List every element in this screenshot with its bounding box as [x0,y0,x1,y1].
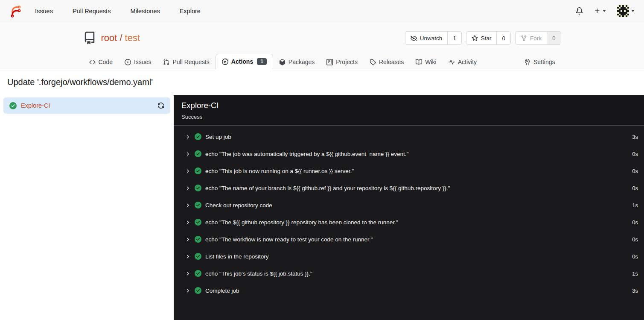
step-row[interactable]: Check out repository code1s [174,197,644,214]
tab-pull-requests[interactable]: Pull Requests [157,55,215,69]
chevron-right-icon[interactable] [185,254,190,259]
step-row[interactable]: Set up job3s [174,128,644,145]
step-row[interactable]: echo "This job is now running on a ${{ r… [174,162,644,179]
check-circle-icon [9,102,17,109]
nav-item-milestones[interactable]: Milestones [130,8,160,15]
star-button-group: Star 0 [466,31,511,45]
repo-name-link[interactable]: test [125,32,140,44]
user-avatar-identicon [617,5,629,17]
tab-packages[interactable]: Packages [273,55,321,69]
check-circle-icon [195,133,201,140]
step-row[interactable]: Complete job3s [174,282,644,299]
issue-opened-icon [125,59,131,65]
check-circle-icon [195,219,201,226]
repo-header: root / test Unwatch 1 Star 0 [0,22,644,69]
step-duration: 0s [632,236,638,243]
chevron-right-icon[interactable] [185,220,190,225]
rerun-sync-icon[interactable] [157,102,164,109]
check-circle-icon [195,236,201,243]
step-row[interactable]: List files in the repository0s [174,248,644,265]
step-name: echo "The name of your branch is ${{ git… [205,185,450,191]
repo-owner-link[interactable]: root [101,32,117,44]
tab-actions[interactable]: Actions 1 [216,54,273,69]
notifications-bell-icon[interactable] [576,7,583,15]
run-job-title: Explore-CI [181,101,636,110]
step-duration: 3s [632,134,638,140]
chevron-right-icon[interactable] [185,203,190,208]
fork-count[interactable]: 0 [547,32,561,44]
nav-item-issues[interactable]: Issues [35,8,53,15]
fork-button[interactable]: Fork [516,32,547,44]
star-button[interactable]: Star [466,32,497,44]
chevron-right-icon[interactable] [185,185,190,191]
step-name: echo "The ${{ github.repository }} repos… [205,219,398,226]
primary-nav: Issues Pull Requests Milestones Explore [35,8,201,15]
run-header: Explore-CI Success [174,95,644,126]
chevron-right-icon[interactable] [185,237,190,242]
watch-button-group: Unwatch 1 [405,31,462,45]
tab-projects[interactable]: Projects [321,55,364,69]
create-new-dropdown[interactable] [594,8,606,14]
git-pull-request-icon [163,59,169,65]
star-icon [472,35,478,41]
tab-code[interactable]: Code [83,55,119,69]
chevron-down-icon [631,10,635,12]
steps-list: Set up job3secho "The job was automatica… [174,126,644,299]
tab-wiki[interactable]: Wiki [410,55,442,69]
check-circle-icon [195,202,201,208]
chevron-right-icon[interactable] [185,271,190,276]
step-row[interactable]: echo "The ${{ github.repository }} repos… [174,214,644,231]
step-name: echo "This job is now running on a ${{ r… [205,168,354,174]
check-circle-icon [195,150,201,157]
job-item-explore-ci[interactable]: Explore-CI [3,97,170,114]
check-circle-icon [195,253,201,260]
check-circle-icon [195,287,201,294]
tab-issues[interactable]: Issues [119,55,157,69]
play-circle-icon [222,59,228,65]
run-log-panel: Explore-CI Success Set up job3secho "The… [174,95,644,320]
git-fork-icon [521,35,527,41]
step-duration: 1s [632,270,638,277]
chevron-right-icon[interactable] [185,288,190,294]
star-count[interactable]: 0 [496,32,510,44]
tools-icon [524,59,530,65]
step-name: Check out repository code [205,202,272,208]
step-duration: 0s [632,185,638,191]
repo-action-buttons: Unwatch 1 Star 0 Fork 0 [405,31,561,45]
step-row[interactable]: echo "This job's status is ${{ job.statu… [174,265,644,282]
watch-count[interactable]: 1 [447,32,461,44]
check-circle-icon [195,270,201,277]
package-icon [279,59,286,65]
step-name: echo "The workflow is now ready to test … [205,236,373,243]
repo-breadcrumb: root / test [101,32,140,44]
pulse-icon [449,59,455,65]
job-name: Explore-CI [21,102,50,109]
step-row[interactable]: echo "The name of your branch is ${{ git… [174,179,644,197]
actions-count-badge: 1 [257,58,267,65]
chevron-down-icon [603,10,606,12]
check-circle-icon [195,167,201,174]
chevron-right-icon[interactable] [185,134,190,140]
step-duration: 3s [632,288,638,294]
run-title-bar: Update '.forgejo/workflows/demo.yaml' [0,69,644,95]
code-icon [89,59,96,65]
chevron-right-icon[interactable] [185,168,190,174]
repo-journal-icon [83,32,96,44]
run-status-text: Success [181,114,636,120]
project-board-icon [326,59,333,65]
step-row[interactable]: echo "The workflow is now ready to test … [174,231,644,248]
nav-item-pull-requests[interactable]: Pull Requests [73,8,111,15]
step-name: echo "The job was automatically triggere… [205,151,408,157]
jobs-sidebar: Explore-CI [0,95,174,320]
step-name: List files in the repository [205,253,269,260]
user-menu[interactable] [617,5,635,17]
forgejo-logo-icon[interactable] [9,5,22,18]
chevron-right-icon[interactable] [185,151,190,157]
tab-activity[interactable]: Activity [443,55,483,69]
tab-settings[interactable]: Settings [518,55,561,69]
tab-releases[interactable]: Releases [364,55,410,69]
unwatch-button[interactable]: Unwatch [405,32,448,44]
book-icon [416,59,422,65]
step-row[interactable]: echo "The job was automatically triggere… [174,145,644,162]
nav-item-explore[interactable]: Explore [180,8,201,15]
